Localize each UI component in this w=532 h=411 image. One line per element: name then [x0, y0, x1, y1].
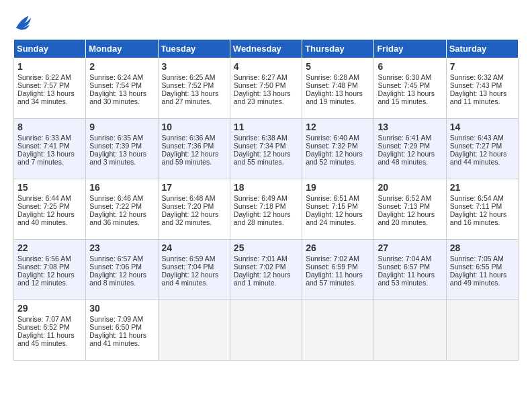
daylight-label: Daylight: 13 hours and 30 minutes.	[89, 89, 146, 105]
day-number: 17	[162, 182, 226, 193]
calendar-cell: 7Sunrise: 6:32 AMSunset: 7:43 PMDaylight…	[446, 58, 518, 119]
weekday-header-tuesday: Tuesday	[158, 40, 230, 58]
daylight-label: Daylight: 12 hours and 20 minutes.	[378, 210, 435, 226]
sunrise-text: Sunrise: 6:25 AM	[162, 73, 216, 81]
calendar-cell: 23Sunrise: 6:57 AMSunset: 7:06 PMDayligh…	[86, 240, 158, 300]
calendar-cell: 9Sunrise: 6:35 AMSunset: 7:39 PMDaylight…	[86, 119, 158, 179]
daylight-label: Daylight: 13 hours and 15 minutes.	[378, 89, 435, 105]
calendar-cell: 10Sunrise: 6:36 AMSunset: 7:36 PMDayligh…	[158, 119, 230, 179]
day-number: 16	[89, 182, 154, 193]
day-number: 24	[162, 242, 226, 253]
sunset-text: Sunset: 7:43 PM	[450, 81, 502, 89]
sunset-text: Sunset: 6:59 PM	[306, 263, 358, 271]
daylight-label: Daylight: 13 hours and 19 minutes.	[306, 89, 363, 105]
sunrise-text: Sunrise: 7:02 AM	[306, 255, 359, 263]
logo-bird-icon	[13, 13, 34, 32]
sunrise-text: Sunrise: 7:09 AM	[89, 315, 143, 323]
day-number: 2	[89, 61, 154, 72]
daylight-label: Daylight: 12 hours and 8 minutes.	[89, 271, 146, 287]
daylight-label: Daylight: 12 hours and 1 minute.	[234, 271, 291, 287]
sunset-text: Sunset: 6:55 PM	[450, 263, 502, 271]
calendar-cell	[230, 300, 302, 361]
day-number: 26	[306, 242, 370, 253]
sunset-text: Sunset: 7:52 PM	[162, 81, 214, 89]
day-number: 21	[450, 182, 515, 193]
calendar-cell: 2Sunrise: 6:24 AMSunset: 7:54 PMDaylight…	[86, 58, 158, 119]
sunset-text: Sunset: 7:32 PM	[306, 142, 358, 150]
weekday-header-saturday: Saturday	[446, 40, 518, 58]
calendar-cell: 16Sunrise: 6:46 AMSunset: 7:22 PMDayligh…	[86, 179, 158, 240]
sunset-text: Sunset: 7:04 PM	[162, 263, 214, 271]
sunrise-text: Sunrise: 6:59 AM	[162, 255, 216, 263]
weekday-header-thursday: Thursday	[302, 40, 374, 58]
calendar-cell: 8Sunrise: 6:33 AMSunset: 7:41 PMDaylight…	[14, 119, 86, 179]
logo	[13, 13, 36, 32]
day-number: 22	[17, 242, 82, 253]
weekday-header-monday: Monday	[86, 40, 158, 58]
sunset-text: Sunset: 7:48 PM	[306, 81, 358, 89]
calendar-week-row: 29Sunrise: 7:07 AMSunset: 6:52 PMDayligh…	[14, 300, 519, 361]
daylight-label: Daylight: 12 hours and 40 minutes.	[17, 210, 75, 226]
day-number: 4	[234, 61, 298, 72]
sunset-text: Sunset: 7:50 PM	[234, 81, 286, 89]
daylight-label: Daylight: 12 hours and 12 minutes.	[17, 271, 75, 287]
sunrise-text: Sunrise: 6:36 AM	[162, 134, 216, 142]
calendar-cell: 30Sunrise: 7:09 AMSunset: 6:50 PMDayligh…	[86, 300, 158, 361]
sunrise-text: Sunrise: 6:43 AM	[450, 134, 504, 142]
day-number: 19	[306, 182, 370, 193]
calendar-cell: 6Sunrise: 6:30 AMSunset: 7:45 PMDaylight…	[374, 58, 446, 119]
sunrise-text: Sunrise: 6:51 AM	[306, 194, 359, 202]
sunrise-text: Sunrise: 6:41 AM	[378, 134, 431, 142]
calendar-cell: 13Sunrise: 6:41 AMSunset: 7:29 PMDayligh…	[374, 119, 446, 179]
sunset-text: Sunset: 7:45 PM	[378, 81, 430, 89]
calendar-week-row: 15Sunrise: 6:44 AMSunset: 7:25 PMDayligh…	[14, 179, 519, 240]
day-number: 7	[450, 61, 515, 72]
sunrise-text: Sunrise: 7:01 AM	[234, 255, 287, 263]
sunset-text: Sunset: 7:15 PM	[306, 202, 358, 210]
sunset-text: Sunset: 7:13 PM	[378, 202, 430, 210]
day-number: 5	[306, 61, 370, 72]
sunrise-text: Sunrise: 6:33 AM	[17, 134, 71, 142]
day-number: 1	[17, 61, 82, 72]
sunrise-text: Sunrise: 6:27 AM	[234, 73, 287, 81]
calendar-cell: 1Sunrise: 6:22 AMSunset: 7:57 PMDaylight…	[14, 58, 86, 119]
sunrise-text: Sunrise: 7:05 AM	[450, 255, 504, 263]
sunrise-text: Sunrise: 6:46 AM	[89, 194, 143, 202]
daylight-label: Daylight: 12 hours and 16 minutes.	[450, 210, 507, 226]
calendar-week-row: 1Sunrise: 6:22 AMSunset: 7:57 PMDaylight…	[14, 58, 519, 119]
daylight-label: Daylight: 12 hours and 28 minutes.	[234, 210, 291, 226]
calendar-cell: 19Sunrise: 6:51 AMSunset: 7:15 PMDayligh…	[302, 179, 374, 240]
calendar-cell: 29Sunrise: 7:07 AMSunset: 6:52 PMDayligh…	[14, 300, 86, 361]
daylight-label: Daylight: 13 hours and 7 minutes.	[17, 150, 75, 166]
sunset-text: Sunset: 7:20 PM	[162, 202, 214, 210]
calendar-cell: 28Sunrise: 7:05 AMSunset: 6:55 PMDayligh…	[446, 240, 518, 300]
sunset-text: Sunset: 7:06 PM	[89, 263, 142, 271]
sunset-text: Sunset: 7:57 PM	[17, 81, 70, 89]
calendar-cell	[302, 300, 374, 361]
calendar-cell: 25Sunrise: 7:01 AMSunset: 7:02 PMDayligh…	[230, 240, 302, 300]
calendar-cell: 12Sunrise: 6:40 AMSunset: 7:32 PMDayligh…	[302, 119, 374, 179]
daylight-label: Daylight: 13 hours and 34 minutes.	[17, 89, 75, 105]
sunset-text: Sunset: 6:50 PM	[89, 323, 142, 331]
daylight-label: Daylight: 13 hours and 11 minutes.	[450, 89, 507, 105]
day-number: 28	[450, 242, 515, 253]
day-number: 15	[17, 182, 82, 193]
day-number: 29	[17, 303, 82, 314]
daylight-label: Daylight: 11 hours and 41 minutes.	[89, 331, 146, 347]
sunrise-text: Sunrise: 6:24 AM	[89, 73, 143, 81]
sunset-text: Sunset: 7:25 PM	[17, 202, 70, 210]
sunset-text: Sunset: 7:39 PM	[89, 142, 142, 150]
sunset-text: Sunset: 7:29 PM	[378, 142, 430, 150]
sunrise-text: Sunrise: 6:54 AM	[450, 194, 504, 202]
day-number: 18	[234, 182, 298, 193]
sunset-text: Sunset: 7:08 PM	[17, 263, 70, 271]
sunrise-text: Sunrise: 6:48 AM	[162, 194, 216, 202]
sunset-text: Sunset: 7:22 PM	[89, 202, 142, 210]
day-number: 12	[306, 122, 370, 132]
calendar-cell: 17Sunrise: 6:48 AMSunset: 7:20 PMDayligh…	[158, 179, 230, 240]
daylight-label: Daylight: 12 hours and 36 minutes.	[89, 210, 146, 226]
sunrise-text: Sunrise: 6:35 AM	[89, 134, 143, 142]
day-number: 9	[89, 122, 154, 132]
weekday-header-wednesday: Wednesday	[230, 40, 302, 58]
sunrise-text: Sunrise: 7:04 AM	[378, 255, 431, 263]
